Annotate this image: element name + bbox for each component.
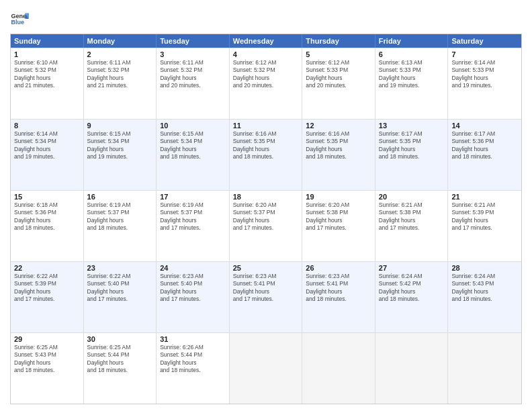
calendar-week-3: 15Sunrise: 6:18 AMSunset: 5:36 PMDayligh…: [11, 190, 521, 261]
day-cell-20: 20Sunrise: 6:21 AMSunset: 5:38 PMDayligh…: [375, 191, 449, 261]
day-info: Sunrise: 6:20 AMSunset: 5:38 PMDaylight …: [306, 201, 371, 232]
logo-icon: General Blue: [10, 9, 29, 28]
day-number: 19: [306, 193, 371, 201]
day-number: 22: [14, 264, 80, 272]
day-info: Sunrise: 6:14 AMSunset: 5:34 PMDaylight …: [14, 130, 80, 161]
day-number: 6: [379, 50, 445, 58]
day-info: Sunrise: 6:16 AMSunset: 5:35 PMDaylight …: [233, 130, 299, 161]
empty-cell: [230, 333, 303, 404]
day-number: 24: [160, 264, 226, 272]
calendar-header: SundayMondayTuesdayWednesdayThursdayFrid…: [11, 34, 521, 48]
day-cell-26: 26Sunrise: 6:23 AMSunset: 5:41 PMDayligh…: [302, 262, 375, 332]
calendar-week-5: 29Sunrise: 6:25 AMSunset: 5:43 PMDayligh…: [11, 332, 521, 404]
day-info: Sunrise: 6:17 AMSunset: 5:35 PMDaylight …: [379, 130, 445, 161]
day-info: Sunrise: 6:18 AMSunset: 5:36 PMDaylight …: [14, 201, 80, 232]
header-day-wednesday: Wednesday: [230, 34, 303, 48]
day-number: 31: [160, 335, 226, 343]
day-info: Sunrise: 6:22 AMSunset: 5:40 PMDaylight …: [87, 273, 153, 304]
day-number: 4: [233, 50, 299, 58]
day-number: 8: [14, 122, 80, 130]
header-day-tuesday: Tuesday: [157, 34, 230, 48]
day-info: Sunrise: 6:16 AMSunset: 5:35 PMDaylight …: [306, 130, 371, 161]
calendar-week-4: 22Sunrise: 6:22 AMSunset: 5:39 PMDayligh…: [11, 261, 521, 332]
header: General Blue: [10, 7, 522, 28]
day-number: 5: [306, 50, 371, 58]
day-info: Sunrise: 6:13 AMSunset: 5:33 PMDaylight …: [379, 59, 445, 90]
day-number: 23: [87, 264, 153, 272]
header-day-monday: Monday: [84, 34, 157, 48]
day-number: 14: [451, 122, 518, 130]
day-cell-19: 19Sunrise: 6:20 AMSunset: 5:38 PMDayligh…: [302, 191, 375, 261]
day-cell-21: 21Sunrise: 6:21 AMSunset: 5:39 PMDayligh…: [448, 191, 521, 261]
page: General Blue SundayMondayTuesdayWednesda…: [0, 0, 532, 411]
day-info: Sunrise: 6:21 AMSunset: 5:38 PMDaylight …: [379, 201, 445, 232]
day-number: 21: [451, 193, 518, 201]
day-cell-24: 24Sunrise: 6:23 AMSunset: 5:40 PMDayligh…: [157, 262, 230, 332]
day-info: Sunrise: 6:10 AMSunset: 5:32 PMDaylight …: [14, 59, 80, 90]
day-info: Sunrise: 6:23 AMSunset: 5:40 PMDaylight …: [160, 273, 226, 304]
day-info: Sunrise: 6:15 AMSunset: 5:34 PMDaylight …: [87, 130, 153, 161]
day-info: Sunrise: 6:11 AMSunset: 5:32 PMDaylight …: [87, 59, 153, 90]
day-number: 9: [87, 122, 153, 130]
day-number: 16: [87, 193, 153, 201]
day-cell-12: 12Sunrise: 6:16 AMSunset: 5:35 PMDayligh…: [302, 120, 375, 190]
header-day-thursday: Thursday: [302, 34, 375, 48]
calendar-week-2: 8Sunrise: 6:14 AMSunset: 5:34 PMDaylight…: [11, 119, 521, 190]
day-number: 28: [451, 264, 518, 272]
day-cell-16: 16Sunrise: 6:19 AMSunset: 5:37 PMDayligh…: [84, 191, 157, 261]
empty-cell: [302, 333, 375, 404]
day-cell-14: 14Sunrise: 6:17 AMSunset: 5:36 PMDayligh…: [448, 120, 521, 190]
day-info: Sunrise: 6:19 AMSunset: 5:37 PMDaylight …: [160, 201, 226, 232]
day-number: 27: [379, 264, 445, 272]
empty-cell: [375, 333, 449, 404]
day-info: Sunrise: 6:11 AMSunset: 5:32 PMDaylight …: [160, 59, 226, 90]
day-info: Sunrise: 6:15 AMSunset: 5:34 PMDaylight …: [160, 130, 226, 161]
day-info: Sunrise: 6:25 AMSunset: 5:43 PMDaylight …: [14, 344, 80, 375]
day-info: Sunrise: 6:12 AMSunset: 5:33 PMDaylight …: [306, 59, 371, 90]
day-cell-5: 5Sunrise: 6:12 AMSunset: 5:33 PMDaylight…: [302, 48, 375, 119]
calendar-week-1: 1Sunrise: 6:10 AMSunset: 5:32 PMDaylight…: [11, 48, 521, 119]
day-info: Sunrise: 6:20 AMSunset: 5:37 PMDaylight …: [233, 201, 299, 232]
logo: General Blue: [10, 9, 32, 28]
day-info: Sunrise: 6:23 AMSunset: 5:41 PMDaylight …: [306, 273, 371, 304]
svg-text:Blue: Blue: [11, 19, 24, 26]
day-cell-29: 29Sunrise: 6:25 AMSunset: 5:43 PMDayligh…: [11, 333, 84, 404]
header-day-saturday: Saturday: [448, 34, 521, 48]
day-number: 18: [233, 193, 299, 201]
day-cell-13: 13Sunrise: 6:17 AMSunset: 5:35 PMDayligh…: [375, 120, 449, 190]
day-cell-31: 31Sunrise: 6:26 AMSunset: 5:44 PMDayligh…: [157, 333, 230, 404]
day-cell-18: 18Sunrise: 6:20 AMSunset: 5:37 PMDayligh…: [230, 191, 303, 261]
day-cell-15: 15Sunrise: 6:18 AMSunset: 5:36 PMDayligh…: [11, 191, 84, 261]
day-number: 7: [451, 50, 518, 58]
day-cell-28: 28Sunrise: 6:24 AMSunset: 5:43 PMDayligh…: [448, 262, 521, 332]
day-cell-27: 27Sunrise: 6:24 AMSunset: 5:42 PMDayligh…: [375, 262, 449, 332]
day-number: 12: [306, 122, 371, 130]
day-cell-10: 10Sunrise: 6:15 AMSunset: 5:34 PMDayligh…: [157, 120, 230, 190]
day-info: Sunrise: 6:17 AMSunset: 5:36 PMDaylight …: [451, 130, 518, 161]
header-day-sunday: Sunday: [11, 34, 84, 48]
day-info: Sunrise: 6:25 AMSunset: 5:44 PMDaylight …: [87, 344, 153, 375]
day-number: 1: [14, 50, 80, 58]
day-number: 11: [233, 122, 299, 130]
day-number: 30: [87, 335, 153, 343]
day-cell-3: 3Sunrise: 6:11 AMSunset: 5:32 PMDaylight…: [157, 48, 230, 119]
calendar-body: 1Sunrise: 6:10 AMSunset: 5:32 PMDaylight…: [11, 48, 521, 404]
day-number: 13: [379, 122, 445, 130]
day-number: 3: [160, 50, 226, 58]
day-number: 29: [14, 335, 80, 343]
day-cell-8: 8Sunrise: 6:14 AMSunset: 5:34 PMDaylight…: [11, 120, 84, 190]
day-cell-1: 1Sunrise: 6:10 AMSunset: 5:32 PMDaylight…: [11, 48, 84, 119]
day-cell-4: 4Sunrise: 6:12 AMSunset: 5:32 PMDaylight…: [230, 48, 303, 119]
day-info: Sunrise: 6:24 AMSunset: 5:43 PMDaylight …: [451, 273, 518, 304]
day-cell-30: 30Sunrise: 6:25 AMSunset: 5:44 PMDayligh…: [84, 333, 157, 404]
day-number: 15: [14, 193, 80, 201]
day-cell-23: 23Sunrise: 6:22 AMSunset: 5:40 PMDayligh…: [84, 262, 157, 332]
day-cell-6: 6Sunrise: 6:13 AMSunset: 5:33 PMDaylight…: [375, 48, 449, 119]
day-info: Sunrise: 6:24 AMSunset: 5:42 PMDaylight …: [379, 273, 445, 304]
day-number: 2: [87, 50, 153, 58]
day-info: Sunrise: 6:14 AMSunset: 5:33 PMDaylight …: [451, 59, 518, 90]
empty-cell: [448, 333, 521, 404]
day-number: 20: [379, 193, 445, 201]
day-number: 17: [160, 193, 226, 201]
day-cell-11: 11Sunrise: 6:16 AMSunset: 5:35 PMDayligh…: [230, 120, 303, 190]
